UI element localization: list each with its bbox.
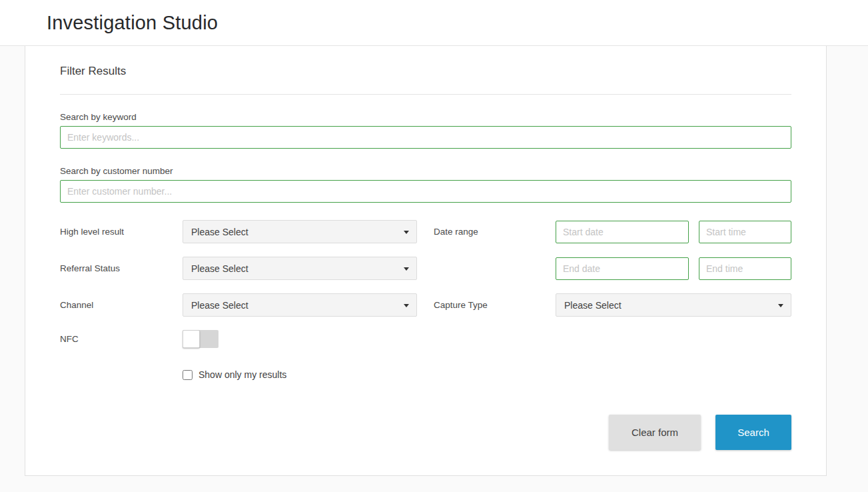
end-date-input[interactable] bbox=[556, 257, 689, 280]
end-time-input[interactable] bbox=[699, 257, 791, 280]
chevron-down-icon bbox=[778, 304, 783, 307]
nfc-label: NFC bbox=[60, 334, 183, 344]
search-button[interactable]: Search bbox=[715, 415, 791, 450]
filter-results-card: Filter Results Search by keyword Search … bbox=[25, 46, 827, 476]
referral-status-select[interactable]: Please Select bbox=[183, 257, 417, 280]
keyword-input[interactable] bbox=[60, 126, 791, 149]
date-range-label: Date range bbox=[417, 227, 556, 237]
start-date-input[interactable] bbox=[556, 221, 689, 243]
capture-type-value: Please Select bbox=[564, 300, 622, 311]
page-title: Investigation Studio bbox=[47, 12, 218, 34]
nfc-toggle-knob bbox=[183, 330, 200, 348]
section-title: Filter Results bbox=[60, 65, 791, 78]
app-header: Investigation Studio bbox=[0, 0, 868, 46]
referral-status-label: Referral Status bbox=[60, 263, 183, 273]
capture-type-label: Capture Type bbox=[417, 300, 556, 310]
divider bbox=[60, 94, 791, 95]
checkbox-spacer bbox=[60, 369, 183, 380]
show-only-my-results-label: Show only my results bbox=[199, 369, 286, 380]
start-time-input[interactable] bbox=[699, 221, 791, 243]
capture-type-select[interactable]: Please Select bbox=[556, 293, 791, 317]
high-level-result-label: High level result bbox=[60, 227, 183, 237]
chevron-down-icon bbox=[404, 267, 409, 271]
chevron-down-icon bbox=[404, 231, 409, 234]
keyword-label: Search by keyword bbox=[60, 112, 791, 122]
channel-select[interactable]: Please Select bbox=[183, 293, 417, 317]
customer-number-input[interactable] bbox=[60, 180, 791, 203]
nfc-toggle[interactable] bbox=[183, 330, 218, 348]
referral-status-value: Please Select bbox=[191, 263, 248, 274]
chevron-down-icon bbox=[404, 304, 409, 307]
high-level-result-select[interactable]: Please Select bbox=[183, 220, 417, 243]
customer-number-label: Search by customer number bbox=[60, 166, 791, 176]
channel-label: Channel bbox=[60, 300, 183, 310]
channel-value: Please Select bbox=[191, 300, 248, 311]
show-only-my-results[interactable]: Show only my results bbox=[183, 369, 286, 380]
show-only-my-results-checkbox[interactable] bbox=[183, 370, 193, 380]
high-level-result-value: Please Select bbox=[191, 227, 248, 237]
clear-form-button[interactable]: Clear form bbox=[609, 415, 701, 450]
